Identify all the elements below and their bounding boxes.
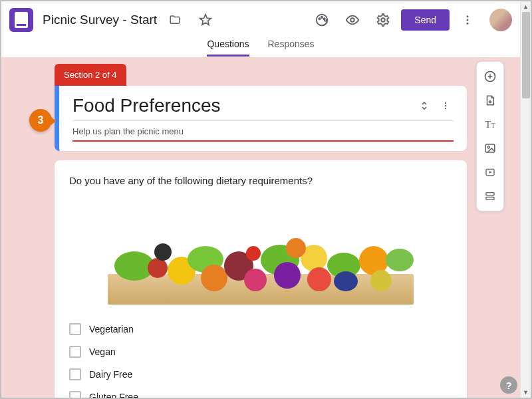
question-text[interactable]: Do you have any of the following dietary…: [69, 175, 452, 186]
option-label[interactable]: Dairy Free: [89, 369, 132, 380]
svg-point-9: [445, 102, 446, 104]
collapse-section-icon[interactable]: [416, 98, 432, 114]
more-icon[interactable]: [455, 7, 480, 33]
import-question-icon[interactable]: [477, 88, 503, 112]
add-question-icon[interactable]: [477, 65, 503, 88]
folder-icon[interactable]: [162, 7, 188, 33]
svg-point-7: [467, 19, 469, 21]
svg-point-5: [382, 18, 386, 22]
svg-point-14: [487, 146, 489, 148]
svg-point-8: [467, 23, 469, 25]
settings-icon[interactable]: [370, 7, 396, 33]
option-row[interactable]: Gluten Free: [69, 386, 452, 398]
section-chip: Section 2 of 4: [55, 64, 126, 86]
svg-rect-13: [485, 144, 495, 152]
step-badge: 3: [29, 109, 52, 132]
help-icon[interactable]: ?: [500, 376, 517, 394]
vertical-scrollbar[interactable]: ▲ ▼: [520, 1, 531, 398]
svg-rect-17: [486, 197, 494, 200]
section-description-input[interactable]: Help us plan the picnic menu: [72, 121, 454, 139]
checkbox-icon[interactable]: [69, 323, 81, 335]
tab-responses[interactable]: Responses: [268, 39, 315, 55]
checkbox-icon[interactable]: [69, 346, 81, 358]
document-title[interactable]: Picnic Survey - Start: [43, 13, 157, 27]
section-header-card[interactable]: Food Preferences Help us plan the picnic…: [55, 86, 467, 151]
scroll-up-icon[interactable]: ▲: [521, 1, 531, 12]
checkbox-icon[interactable]: [69, 368, 81, 380]
send-button[interactable]: Send: [401, 9, 450, 31]
svg-point-2: [321, 17, 323, 18]
scroll-down-icon[interactable]: ▼: [521, 387, 531, 398]
tab-questions[interactable]: Questions: [207, 39, 249, 57]
option-label[interactable]: Gluten Free: [89, 392, 138, 398]
forms-logo-icon[interactable]: [9, 8, 33, 32]
add-title-icon[interactable]: TT: [477, 112, 503, 136]
option-label[interactable]: Vegetarian: [89, 324, 134, 334]
svg-point-6: [467, 15, 469, 17]
option-label[interactable]: Vegan: [89, 346, 116, 357]
question-toolbox: TT: [476, 61, 504, 211]
preview-icon[interactable]: [340, 7, 365, 33]
svg-point-3: [324, 18, 325, 19]
form-canvas: Section 2 of 4 Food Preferences Help us …: [1, 57, 520, 398]
svg-point-11: [445, 108, 446, 109]
account-avatar[interactable]: [489, 9, 512, 31]
add-section-icon[interactable]: [477, 184, 503, 208]
add-image-icon[interactable]: [477, 136, 503, 160]
svg-rect-16: [486, 193, 494, 196]
option-row[interactable]: Vegetarian: [69, 318, 452, 340]
scrollbar-thumb[interactable]: [522, 12, 530, 98]
svg-point-1: [319, 18, 321, 19]
checkbox-icon[interactable]: [69, 391, 81, 398]
question-image: [108, 205, 414, 305]
section-more-icon[interactable]: [438, 98, 454, 114]
app-header: Picnic Survey - Start Send: [1, 1, 520, 39]
option-row[interactable]: Dairy Free: [69, 363, 452, 386]
add-video-icon[interactable]: [477, 160, 503, 184]
description-focus-underline: [72, 140, 454, 142]
option-row[interactable]: Vegan: [69, 340, 452, 363]
editor-tabs: Questions Responses: [1, 39, 520, 57]
options-list: Vegetarian Vegan Dairy Free Gluten Free: [69, 318, 452, 398]
section-title-input[interactable]: Food Preferences: [72, 95, 411, 116]
svg-point-4: [351, 18, 355, 22]
palette-icon[interactable]: [309, 7, 334, 33]
question-card[interactable]: Do you have any of the following dietary…: [55, 160, 467, 398]
svg-point-10: [445, 105, 446, 106]
star-icon[interactable]: [193, 7, 218, 33]
